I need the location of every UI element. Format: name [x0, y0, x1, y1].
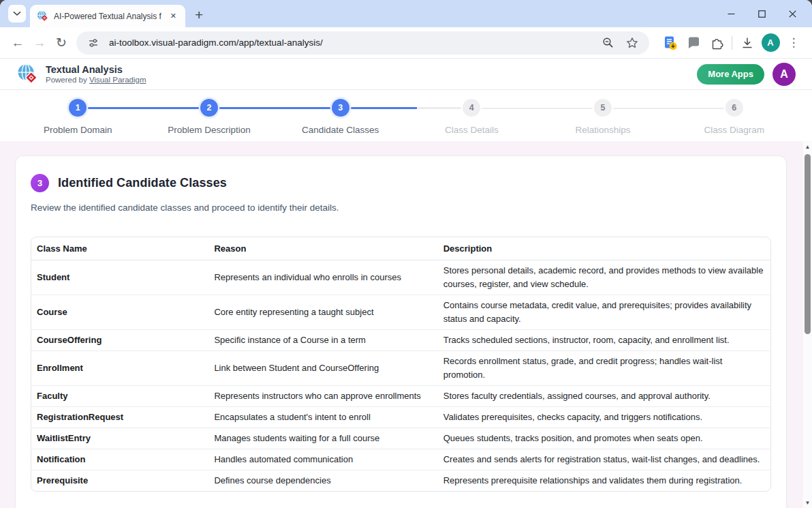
site-settings-icon[interactable]: [84, 34, 102, 52]
table-row: EnrollmentLink between Student and Cours…: [31, 351, 770, 386]
step-number: 4: [463, 99, 480, 117]
table-row: RegistrationRequestEncapsulates a studen…: [31, 407, 770, 428]
app-title: Textual Analysis: [46, 64, 146, 76]
docs-offline-icon[interactable]: [659, 31, 682, 55]
profile-avatar[interactable]: A: [759, 31, 782, 55]
cell-reason: Handles automated communication: [208, 449, 437, 470]
candidate-classes-card: 3 Identified Candidate Classes Review th…: [15, 155, 787, 508]
account-avatar[interactable]: A: [772, 63, 796, 86]
comment-icon[interactable]: [682, 31, 705, 55]
column-description: Description: [438, 237, 770, 260]
step-label: Class Details: [445, 125, 499, 135]
step-number: 3: [332, 99, 349, 117]
table-row: CourseOfferingSpecific instance of a Cou…: [31, 330, 770, 351]
cell-description: Validates prerequisites, checks capacity…: [438, 407, 770, 428]
cell-reason: Represents instructors who can approve e…: [208, 386, 437, 407]
browser-window: AI-Powered Textual Analysis for ✕ + ← → …: [0, 0, 812, 508]
url-bar[interactable]: ai-toolbox.visual-paradigm.com/app/textu…: [76, 31, 649, 55]
site-favicon: [37, 10, 48, 22]
step-problem-domain[interactable]: 1Problem Domain: [12, 99, 144, 141]
step-label: Relationships: [576, 125, 631, 135]
cell-description: Represents prerequisite relationships an…: [438, 470, 770, 492]
step-connector: [613, 108, 724, 109]
column-class-name: Class Name: [31, 237, 208, 260]
step-number: 2: [200, 99, 218, 117]
maximize-button[interactable]: [747, 0, 777, 27]
reload-button[interactable]: ↻: [50, 32, 72, 54]
url-text[interactable]: ai-toolbox.visual-paradigm.com/app/textu…: [109, 38, 592, 48]
app-title-block: Textual Analysis Powered by Visual Parad…: [46, 64, 146, 84]
visual-paradigm-link[interactable]: Visual Paradigm: [89, 76, 146, 84]
page-scrollbar[interactable]: ▲ ▼: [802, 141, 812, 508]
step-connector: [88, 107, 199, 109]
bookmark-star-icon[interactable]: [623, 34, 641, 52]
cell-name: Student: [31, 260, 208, 295]
table-row: PrerequisiteDefines course dependenciesR…: [31, 470, 770, 492]
powered-by: Powered by Visual Paradigm: [46, 76, 146, 84]
candidate-classes-table: Class Name Reason Description StudentRep…: [31, 237, 771, 492]
step-label: Class Diagram: [704, 125, 764, 135]
step-connector: [482, 108, 593, 109]
table-row: NotificationHandles automated communicat…: [31, 449, 770, 470]
cell-name: Faculty: [31, 386, 208, 407]
cell-name: CourseOffering: [31, 330, 208, 351]
step-problem-description[interactable]: 2Problem Description: [144, 99, 275, 141]
step-label: Problem Description: [168, 125, 251, 135]
cell-name: WaitlistEntry: [31, 428, 208, 449]
forward-button: →: [29, 32, 50, 54]
table-row: StudentRepresents an individual who enro…: [31, 260, 770, 295]
extensions-icon[interactable]: [705, 31, 728, 55]
cell-reason: Link between Student and CourseOffering: [208, 351, 437, 386]
step-candidate-classes[interactable]: 3Candidate Classes: [275, 99, 406, 141]
page-subtitle: Review the identified candidate classes …: [31, 203, 771, 213]
step-relationships[interactable]: 5Relationships: [537, 99, 669, 141]
cell-description: Creates and sends alerts for registratio…: [438, 449, 770, 470]
zoom-out-icon[interactable]: [599, 34, 616, 52]
scroll-up-icon[interactable]: ▲: [802, 141, 812, 152]
scrollbar-thumb[interactable]: [805, 154, 811, 334]
step-label: Candidate Classes: [302, 125, 379, 135]
page-title: Identified Candidate Classes: [58, 176, 227, 190]
step-connector: [219, 107, 330, 109]
cell-description: Tracks scheduled sections, instructor, r…: [438, 330, 770, 351]
chevron-down-icon: [13, 11, 21, 16]
cell-description: Stores faculty credentials, assigned cou…: [438, 386, 770, 407]
cell-reason: Encapsulates a student's intent to enrol…: [208, 407, 437, 428]
cell-description: Contains course metadata, credit value, …: [438, 295, 770, 330]
cell-name: RegistrationRequest: [31, 407, 208, 428]
new-tab-button[interactable]: +: [195, 8, 203, 22]
cell-description: Records enrollment status, grade, and cr…: [438, 351, 770, 386]
close-button[interactable]: [777, 0, 808, 27]
step-number: 1: [69, 99, 87, 117]
browser-menu-icon[interactable]: ⋮: [782, 31, 805, 55]
download-icon[interactable]: [736, 31, 759, 55]
cell-reason: Defines course dependencies: [208, 470, 437, 492]
minimize-button[interactable]: [716, 0, 747, 27]
table-header-row: Class Name Reason Description: [31, 237, 770, 260]
app-header: Textual Analysis Powered by Visual Parad…: [0, 59, 812, 90]
column-reason: Reason: [208, 237, 437, 260]
cell-name: Course: [31, 295, 208, 330]
browser-titlebar: AI-Powered Textual Analysis for ✕ +: [0, 0, 812, 27]
main-content: 3 Identified Candidate Classes Review th…: [0, 141, 812, 508]
step-class-details[interactable]: 4Class Details: [406, 99, 537, 141]
cell-reason: Specific instance of a Course in a term: [208, 330, 437, 351]
step-badge: 3: [31, 174, 49, 192]
tab-search-button[interactable]: [8, 5, 26, 23]
table-row: CourseCore entity representing a taught …: [31, 295, 770, 330]
more-apps-button[interactable]: More Apps: [697, 64, 764, 85]
browser-tab[interactable]: AI-Powered Textual Analysis for ✕: [30, 5, 185, 27]
table-row: FacultyRepresents instructors who can ap…: [31, 386, 770, 407]
scroll-down-icon[interactable]: ▼: [802, 497, 812, 508]
cell-reason: Represents an individual who enrolls in …: [208, 260, 437, 295]
cell-name: Notification: [31, 449, 208, 470]
tab-close-icon[interactable]: ✕: [167, 10, 180, 22]
cell-reason: Manages students waiting for a full cour…: [208, 428, 437, 449]
cell-description: Stores personal details, academic record…: [438, 260, 770, 295]
cell-name: Prerequisite: [31, 470, 208, 492]
window-controls: [716, 0, 808, 27]
step-class-diagram[interactable]: 6Class Diagram: [668, 99, 800, 141]
browser-toolbar: ← → ↻ ai-toolbox.visual-paradigm.com/app…: [0, 27, 812, 59]
step-label: Problem Domain: [44, 125, 112, 135]
back-button[interactable]: ←: [7, 32, 29, 54]
